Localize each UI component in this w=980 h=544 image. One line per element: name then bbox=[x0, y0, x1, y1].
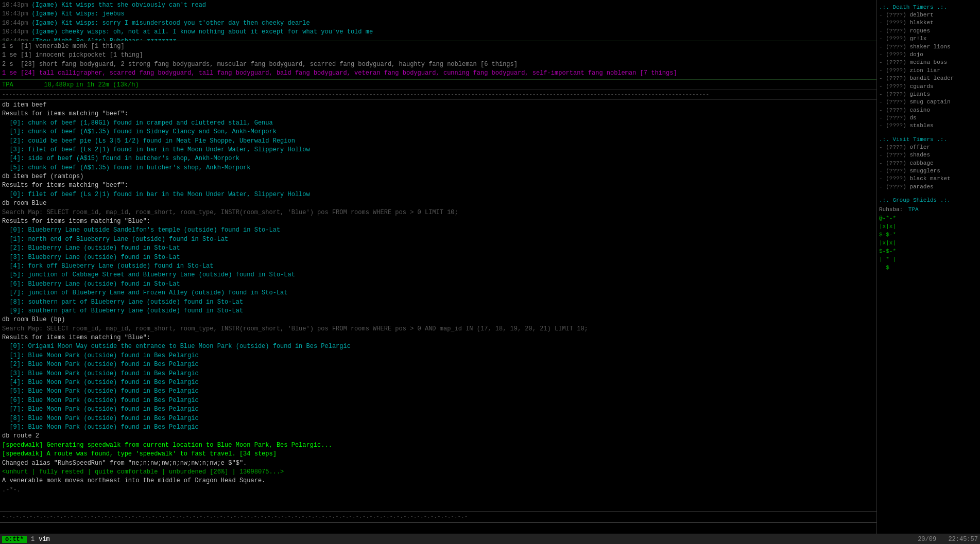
scan-line: 1 s [1] venerable monk [1 thing] bbox=[2, 42, 874, 51]
visit-timer-item: - (????) cabbage bbox=[879, 160, 978, 167]
command-input[interactable] bbox=[2, 525, 874, 532]
status-xp: 18,480xp bbox=[44, 81, 74, 89]
chat-line: 10:44pm (Igame) cheeky wisps: oh, not at… bbox=[2, 28, 874, 37]
death-timer-dash: - bbox=[879, 99, 886, 105]
visit-timer-name: cabbage bbox=[906, 160, 934, 166]
visit-timer-value: (????) bbox=[886, 152, 906, 158]
output-line: [5]: chunk of beef (A$1.35) found in but… bbox=[2, 164, 874, 172]
death-timer-name: gr!lx bbox=[906, 36, 927, 42]
death-timer-name: medina boss bbox=[906, 59, 947, 65]
section-divider: -.-.-.-.-.-.-.-.-.-.-.-.-.-.-.-.-.-.-.-.… bbox=[2, 513, 468, 520]
visit-timer-item: - (????) black market bbox=[879, 175, 978, 183]
output-line: [8]: southern part of Blueberry Lane (ou… bbox=[2, 298, 874, 307]
visit-timer-name: parades bbox=[906, 184, 934, 190]
death-timer-name: rogues bbox=[906, 28, 930, 34]
output-line: [9]: southern part of Blueberry Lane (ou… bbox=[2, 307, 874, 315]
death-timers-list: - (????) delbert- (????) hlakket- (????)… bbox=[879, 11, 978, 130]
shield-diagram: @-*-*|x|x|$-$-*|x|x|$-$-*| * | $ bbox=[879, 215, 978, 272]
death-timer-value: (????) bbox=[886, 75, 906, 81]
death-timer-name: giants bbox=[906, 91, 930, 97]
scan-line: 1 se [24] tall calligrapher, scarred fan… bbox=[2, 69, 874, 78]
death-timer-dash: - bbox=[879, 107, 886, 113]
death-timer-dash: - bbox=[879, 115, 886, 121]
chat-area: 10:43pm (Igame) Kit wisps that she obvio… bbox=[0, 0, 876, 41]
death-timer-name: cguards bbox=[906, 83, 934, 90]
death-timer-item: - (????) ds bbox=[879, 114, 978, 122]
divider-line: ----------------------------------------… bbox=[0, 90, 876, 100]
visit-timer-name: smugglers bbox=[906, 168, 940, 174]
death-timer-item: - (????) cguards bbox=[879, 83, 978, 91]
output-line: .-*-. bbox=[2, 486, 874, 495]
death-timer-dash: - bbox=[879, 75, 886, 81]
output-line: Search Map: SELECT room_id, map_id, room… bbox=[2, 208, 874, 217]
vim-position: 20/09 bbox=[918, 536, 936, 543]
vim-statusline: o:tt* 1 vim 20/09 22:45:57 bbox=[0, 534, 980, 544]
output-line: Results for items items matching "Blue": bbox=[2, 334, 874, 342]
output-line: A venerable monk moves northeast into th… bbox=[2, 477, 874, 485]
output-line: [3]: Blue Moon Park (outside) found in B… bbox=[2, 370, 874, 378]
death-timer-name: zion liar bbox=[906, 67, 940, 74]
death-timer-name: hlakket bbox=[906, 20, 934, 26]
vim-right: 20/09 22:45:57 bbox=[918, 536, 978, 543]
death-timer-value: (????) bbox=[886, 44, 906, 50]
output-line: [7]: Blue Moon Park (outside) found in B… bbox=[2, 405, 874, 414]
visit-timer-item: - (????) offler bbox=[879, 144, 978, 151]
visit-timers-title: .:. Visit Timers .:. bbox=[879, 136, 978, 143]
output-line: Results for items items matching "Blue": bbox=[2, 217, 874, 226]
output-area[interactable]: db item beefResults for items matching "… bbox=[0, 100, 876, 511]
death-timer-value: (????) bbox=[886, 59, 906, 65]
death-timer-dash: - bbox=[879, 83, 886, 90]
visit-timer-item: - (????) smugglers bbox=[879, 167, 978, 175]
visit-timer-dash: - bbox=[879, 176, 886, 182]
vim-time: 22:45:57 bbox=[948, 536, 978, 543]
death-timer-dash: - bbox=[879, 51, 886, 58]
death-timer-dash: - bbox=[879, 28, 886, 34]
death-timer-value: (????) bbox=[886, 36, 906, 42]
output-line: [5]: junction of Cabbage Street and Blue… bbox=[2, 271, 874, 279]
visit-timer-dash: - bbox=[879, 184, 886, 190]
death-timer-value: (????) bbox=[886, 107, 906, 113]
scan-area: 1 s [1] venerable monk [1 thing]1 se [1]… bbox=[0, 41, 876, 80]
chat-line: 10:44pm (Igame) Kit wisps: sorry I misun… bbox=[2, 19, 874, 28]
death-timer-name: bandit leader bbox=[906, 75, 954, 81]
death-timer-dash: - bbox=[879, 91, 886, 97]
bottom-status: -.-.-.-.-.-.-.-.-.-.-.-.-.-.-.-.-.-.-.-.… bbox=[0, 511, 876, 522]
shield-row: | * | bbox=[879, 256, 978, 264]
vim-buffer: 1 bbox=[31, 536, 35, 543]
visit-timer-dash: - bbox=[879, 160, 886, 166]
death-timer-value: (????) bbox=[886, 122, 906, 129]
death-timer-item: - (????) medina boss bbox=[879, 59, 978, 66]
death-timer-dash: - bbox=[879, 44, 886, 50]
death-timer-value: (????) bbox=[886, 51, 906, 58]
visit-timer-name: shades bbox=[906, 152, 930, 158]
death-timer-value: (????) bbox=[886, 20, 906, 26]
output-line: [0]: Blueberry Lane outside Sandelfon's … bbox=[2, 226, 874, 235]
visit-timer-value: (????) bbox=[886, 144, 906, 150]
output-line: [0]: chunk of beef (1,80Gl) found in cra… bbox=[2, 119, 874, 128]
death-timer-name: delbert bbox=[906, 12, 934, 18]
death-timer-name: stables bbox=[906, 122, 934, 129]
vim-left: o:tt* 1 vim bbox=[2, 536, 50, 543]
output-line: [3]: Blueberry Lane (outside) found in S… bbox=[2, 253, 874, 262]
shield-row: @-*-* bbox=[879, 215, 978, 223]
scan-line: 2 s [23] short fang bodyguard, 2 strong … bbox=[2, 60, 874, 69]
death-timer-value: (????) bbox=[886, 12, 906, 18]
output-line: [5]: Blue Moon Park (outside) found in B… bbox=[2, 387, 874, 396]
right-panel: .:. Death Timers .:. - (????) delbert- (… bbox=[877, 0, 980, 534]
death-timer-item: - (????) hlakket bbox=[879, 19, 978, 27]
visit-timers-list: - (????) offler- (????) shades- (????) c… bbox=[879, 144, 978, 191]
death-timer-dash: - bbox=[879, 36, 886, 42]
shield-row: $ bbox=[879, 264, 978, 272]
visit-timer-value: (????) bbox=[886, 168, 906, 174]
shield-row: |x|x| bbox=[879, 223, 978, 231]
output-line: [6]: Blueberry Lane (outside) found in S… bbox=[2, 280, 874, 289]
death-timer-item: - (????) smug captain bbox=[879, 98, 978, 106]
visit-timer-name: black market bbox=[906, 176, 951, 182]
output-line: [2]: Blue Moon Park (outside) found in B… bbox=[2, 360, 874, 369]
main-container: 10:43pm (Igame) Kit wisps that she obvio… bbox=[0, 0, 980, 534]
input-area bbox=[0, 522, 876, 534]
output-line: Results for items matching "beef": bbox=[2, 110, 874, 118]
output-line: [4]: side of beef (A$15) found in butche… bbox=[2, 154, 874, 163]
shield-row: $-$-* bbox=[879, 231, 978, 239]
death-timer-item: - (????) rogues bbox=[879, 27, 978, 35]
